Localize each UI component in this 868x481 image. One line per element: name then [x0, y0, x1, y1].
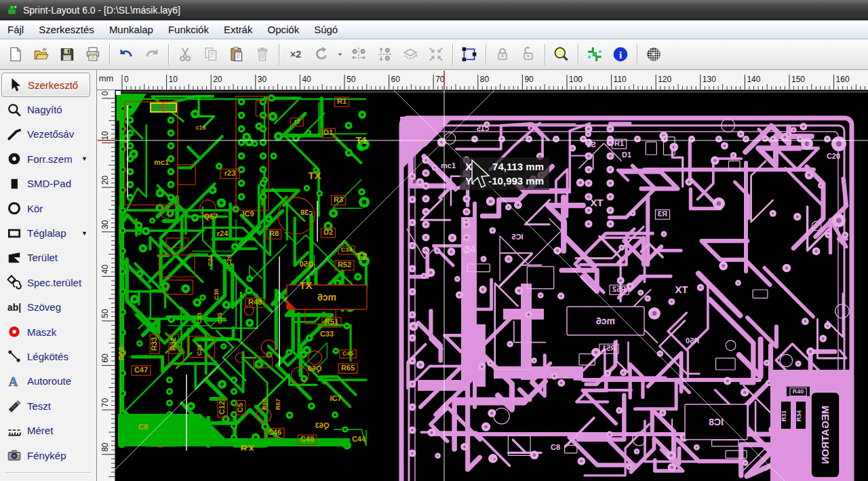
save-floppy-button[interactable] — [55, 42, 79, 66]
sidebar-tool-airwire[interactable]: Légkötés — [0, 344, 96, 368]
component-label: C33 — [320, 330, 334, 338]
sidebar-tool-measure[interactable]: Méret — [0, 418, 96, 442]
sidebar-tool-label: Szerkesztő — [28, 79, 78, 91]
sidebar-tool-mask[interactable]: Maszk — [0, 320, 96, 344]
rotate-dropdown-caret-button[interactable] — [335, 42, 345, 66]
delete-trash-button[interactable] — [250, 42, 275, 66]
trace-icon — [5, 127, 23, 142]
flip-board-icon — [401, 45, 419, 63]
info-button[interactable]: i — [608, 42, 633, 66]
component-label: Q57 — [204, 212, 218, 220]
open-folder-button[interactable] — [29, 42, 54, 66]
undo-button[interactable] — [114, 42, 138, 66]
sidebar-tool-rectangle[interactable]: Téglalap▼ — [0, 220, 96, 245]
redo-button[interactable] — [140, 42, 164, 66]
duplicate-x2-button[interactable]: ×2 — [283, 42, 308, 66]
redo-icon — [143, 45, 161, 63]
rotate-button[interactable] — [309, 42, 334, 66]
copy-button[interactable] — [199, 42, 223, 66]
sidebar-tool-editor[interactable]: Szerkesztő — [1, 73, 90, 97]
menu-item-help[interactable]: Súgó — [307, 20, 345, 39]
print-icon — [84, 45, 102, 63]
component-label: C28 — [196, 345, 203, 356]
component-label: R40 — [793, 388, 804, 395]
measure-icon — [5, 423, 23, 438]
mirror-vertical-button[interactable] — [372, 42, 397, 66]
toolbar-separator — [486, 44, 486, 65]
sidebar-tool-circle[interactable]: Kör — [0, 196, 96, 220]
sidebar-tool-special-zone[interactable]: Spec.terület — [0, 270, 96, 294]
sidebar-tool-autoroute[interactable]: AAutoroute — [0, 369, 96, 393]
component-label: R51 — [602, 344, 616, 352]
menu-item-edit[interactable]: Szerkesztés — [31, 20, 102, 39]
sidebar-tool-test[interactable]: Teszt — [0, 393, 96, 418]
sidebar-tool-smd-pad[interactable]: SMD-Pad — [0, 172, 96, 196]
sidebar-tool-label: Légkötés — [27, 351, 68, 362]
sidebar-tool-label: Téglalap — [27, 227, 66, 239]
component-label: R31 — [781, 410, 787, 422]
component-label: C46 — [268, 428, 281, 436]
menu-item-file[interactable]: Fájl — [0, 20, 31, 39]
sidebar-tool-text[interactable]: ab|Szöveg — [0, 295, 96, 320]
new-page-button[interactable] — [3, 42, 28, 66]
sidebar-tool-zoom[interactable]: Nagyító — [0, 97, 96, 121]
svg-text:140: 140 — [747, 75, 760, 84]
mirror-horizontal-button[interactable] — [347, 42, 371, 66]
rotate-dropdown-caret — [335, 45, 345, 63]
component-label: Q60 — [308, 364, 322, 372]
pcb-editor-drawing[interactable]: mc6c15r2R1D1T1mc1r23TXR3r24R8D2T2TXR68C4… — [115, 90, 868, 481]
flip-board-button[interactable] — [398, 42, 422, 66]
sidebar-tool-zone[interactable]: Terület — [0, 246, 96, 270]
zoom-magnifier-button[interactable] — [549, 42, 574, 66]
component-label: IC9 — [242, 210, 254, 218]
crosshair-snap-button[interactable] — [583, 42, 607, 66]
svg-text:30: 30 — [258, 75, 267, 84]
svg-text:30: 30 — [100, 220, 110, 229]
print-button[interactable] — [81, 42, 105, 66]
component-label: C34 — [341, 246, 353, 253]
cut-scissors-icon — [176, 45, 194, 63]
component-label: R3 — [334, 195, 343, 204]
lock-button[interactable] — [490, 42, 515, 66]
mirror-horizontal-icon — [350, 45, 368, 63]
cut-scissors-button[interactable] — [173, 42, 197, 66]
component-label: R50 — [686, 336, 699, 345]
connections-button[interactable] — [457, 42, 481, 66]
svg-text:110: 110 — [614, 75, 627, 84]
component-label: RX — [241, 442, 255, 454]
zoom-magnifier-icon — [553, 45, 570, 63]
component-label: C12 — [218, 401, 226, 415]
horizontal-ruler: mm 0102030405060708090100110120130140150… — [97, 70, 868, 90]
component-label: C23 — [196, 313, 203, 324]
sidebar-tool-track[interactable]: Vezetősáv — [0, 122, 96, 147]
menu-item-board[interactable]: Munkalap — [102, 20, 161, 39]
component-label: R52 — [612, 285, 626, 293]
pcb-canvas[interactable]: mc6c15r2R1D1T1mc1r23TXR3r24R8D2T2TXR68C4… — [115, 90, 868, 481]
component-label: Q50 — [300, 260, 314, 268]
paste-clipboard-button[interactable] — [224, 42, 249, 66]
chevron-down-icon[interactable]: ▼ — [81, 155, 87, 162]
connections-icon — [460, 45, 478, 63]
menu-item-functions[interactable]: Funkciók — [161, 20, 216, 39]
component-label: R67 — [275, 399, 281, 410]
mask-icon — [5, 324, 23, 339]
sidebar-tool-label: Autoroute — [27, 375, 71, 387]
chevron-down-icon[interactable]: ▼ — [81, 230, 87, 237]
svg-text:50: 50 — [100, 309, 110, 318]
mouse-cursor-icon — [471, 159, 494, 191]
toolbar-separator — [168, 44, 169, 65]
photo-view-button[interactable] — [642, 42, 666, 66]
window-title: Sprint-Layout 6.0 - [D:\SL\másik.lay6] — [23, 5, 180, 16]
component-label: C25 — [216, 313, 223, 324]
sidebar-tool-pad[interactable]: Forr.szem▼ — [0, 147, 96, 171]
component-label: D1 — [323, 128, 333, 136]
align-center-button[interactable] — [424, 42, 448, 66]
menu-item-extras[interactable]: Extrák — [216, 20, 260, 39]
sidebar-tool-photo[interactable]: Fénykép — [0, 443, 96, 467]
svg-text:10: 10 — [169, 75, 178, 84]
menu-item-options[interactable]: Opciók — [260, 20, 307, 39]
unlock-button[interactable] — [516, 42, 540, 66]
component-label: r24 — [217, 229, 229, 237]
green-board[interactable]: mc6c15r2R1D1T1mc1r23TXR3r24R8D2T2TXR68C4… — [117, 94, 370, 479]
svg-text:0: 0 — [124, 75, 129, 84]
